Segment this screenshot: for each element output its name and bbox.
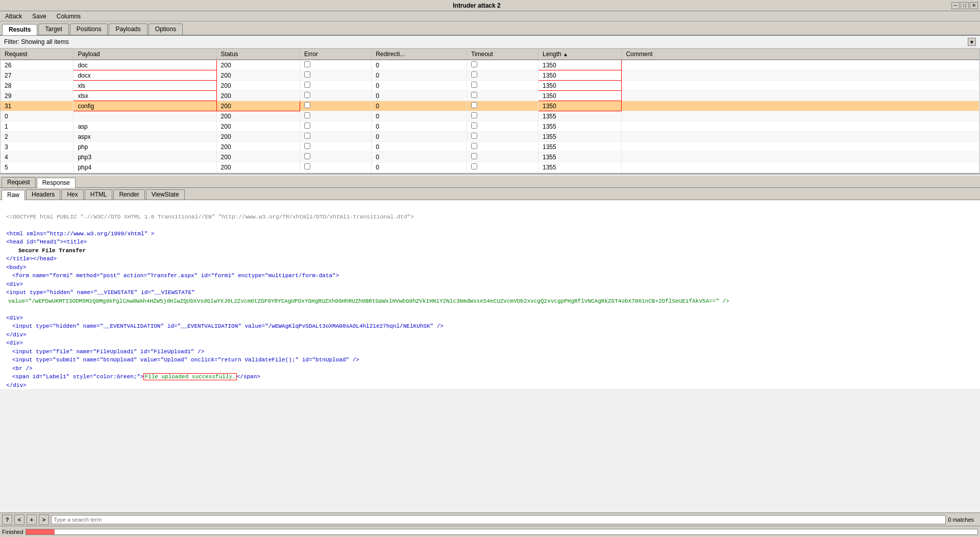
cell-timeout-checkbox[interactable]: [471, 163, 477, 169]
cell-status: 200: [216, 81, 300, 91]
cell-payload: xlsx: [74, 91, 216, 101]
cell-error-checkbox[interactable]: [304, 82, 310, 88]
maximize-button[interactable]: □: [961, 2, 969, 9]
table-row[interactable]: 28xls20001350: [1, 81, 979, 91]
cell-error: [300, 162, 372, 173]
table-row[interactable]: 6php520001355: [1, 173, 979, 174]
table-row[interactable]: 2aspx20001355: [1, 132, 979, 142]
lower-section: Request Response Raw Headers Hex HTML Re…: [0, 176, 980, 537]
cell-error-checkbox[interactable]: [304, 112, 310, 118]
tab-target[interactable]: Target: [38, 23, 68, 35]
cell-length: 1355: [538, 152, 622, 162]
col-timeout[interactable]: Timeout: [467, 49, 538, 60]
table-row[interactable]: 3php20001355: [1, 142, 979, 152]
table-row[interactable]: 4php320001355: [1, 152, 979, 162]
sub-tab-viewstate[interactable]: ViewState: [146, 189, 185, 200]
filter-bar: Filter: Showing all items ▼: [0, 36, 980, 48]
cell-timeout: [467, 70, 538, 81]
cell-timeout-checkbox[interactable]: [471, 71, 477, 78]
cell-error: [300, 70, 372, 81]
cell-timeout-checkbox[interactable]: [471, 112, 477, 118]
success-message-box: File uploaded successfully.: [143, 373, 236, 380]
cell-error-checkbox[interactable]: [304, 163, 310, 169]
cell-timeout-checkbox[interactable]: [471, 123, 477, 129]
submit-tag: <input type="submit" name="btnUpload" va…: [12, 357, 359, 363]
sub-tab-render[interactable]: Render: [113, 189, 144, 200]
div3-tag: <div>: [6, 340, 23, 346]
cell-error-checkbox[interactable]: [304, 123, 310, 129]
table-row[interactable]: 5php420001355: [1, 162, 979, 173]
cell-request: 3: [1, 142, 74, 152]
cell-timeout: [467, 132, 538, 142]
cell-error-checkbox[interactable]: [304, 92, 310, 98]
cell-timeout-checkbox[interactable]: [471, 82, 477, 88]
col-comment[interactable]: Comment: [622, 49, 979, 60]
cell-timeout-checkbox[interactable]: [471, 143, 477, 149]
menu-attack[interactable]: Attack: [2, 12, 25, 20]
cell-length: 1350: [538, 81, 622, 91]
sub-tab-raw[interactable]: Raw: [2, 190, 25, 200]
close-button[interactable]: ✕: [970, 2, 978, 9]
sub-tab-hex[interactable]: Hex: [61, 189, 83, 200]
tab-results[interactable]: Results: [2, 24, 37, 35]
cell-error: [300, 111, 372, 121]
col-status[interactable]: Status: [216, 49, 300, 60]
span-close: </span>: [237, 374, 260, 380]
table-row[interactable]: 26doc20001350: [1, 60, 979, 70]
cell-payload: config: [74, 101, 216, 111]
cell-error-checkbox[interactable]: [304, 71, 310, 78]
cell-error-checkbox[interactable]: [304, 133, 310, 139]
cell-comment: [622, 91, 979, 101]
tab-options[interactable]: Options: [149, 23, 183, 35]
tab-payloads[interactable]: Payloads: [109, 23, 147, 35]
cell-error-checkbox[interactable]: [304, 143, 310, 149]
cell-error: [300, 121, 372, 132]
col-redirect[interactable]: Redirecti...: [372, 49, 467, 60]
cell-error: [300, 81, 372, 91]
filter-icon[interactable]: ▼: [968, 38, 976, 46]
table-row[interactable]: 020001355: [1, 111, 979, 121]
cell-request: 5: [1, 162, 74, 173]
help-button[interactable]: ?: [2, 515, 12, 525]
table-row[interactable]: 1asp20001355: [1, 121, 979, 132]
add-button[interactable]: +: [27, 515, 37, 525]
tab-response[interactable]: Response: [37, 178, 76, 188]
cell-redirect: 0: [372, 91, 467, 101]
minimize-button[interactable]: ─: [951, 2, 960, 9]
table-row[interactable]: 29xlsx20001350: [1, 91, 979, 101]
cell-status: 200: [216, 121, 300, 132]
menu-save[interactable]: Save: [29, 12, 49, 20]
cell-error-checkbox[interactable]: [304, 61, 310, 67]
col-error[interactable]: Error: [300, 49, 372, 60]
cell-timeout-checkbox[interactable]: [471, 102, 477, 108]
cell-timeout-checkbox[interactable]: [471, 133, 477, 139]
response-line-viewstate-value: value="/wEPDwUKMTI3ODM5MzQ0Mg9kFglCAw8WA…: [6, 297, 974, 306]
table-row[interactable]: 27docx20001350: [1, 70, 979, 81]
search-input[interactable]: [51, 515, 946, 524]
cell-request: 28: [1, 81, 74, 91]
tab-positions[interactable]: Positions: [70, 23, 108, 35]
next-button[interactable]: >: [39, 515, 49, 525]
cell-error-checkbox[interactable]: [304, 153, 310, 159]
cell-timeout-checkbox[interactable]: [471, 92, 477, 98]
menu-columns[interactable]: Columns: [54, 12, 84, 20]
cell-payload: doc: [74, 60, 216, 70]
table-row[interactable]: 31config20001350: [1, 101, 979, 111]
req-res-tabs: Request Response: [0, 176, 980, 188]
cell-length: 1355: [538, 142, 622, 152]
col-length[interactable]: Length ▲: [538, 49, 622, 60]
tab-request[interactable]: Request: [2, 177, 36, 187]
cell-payload: php3: [74, 152, 216, 162]
prev-button[interactable]: <: [14, 515, 24, 525]
results-table-container[interactable]: Request Payload Status Error Redirecti..…: [0, 48, 980, 174]
col-payload[interactable]: Payload: [74, 49, 216, 60]
sub-tab-headers[interactable]: Headers: [26, 189, 60, 200]
cell-redirect: 0: [372, 162, 467, 173]
cell-timeout-checkbox[interactable]: [471, 153, 477, 159]
cell-error-checkbox[interactable]: [304, 102, 310, 108]
sub-tab-html[interactable]: HTML: [85, 189, 113, 200]
cell-request: 26: [1, 60, 74, 70]
cell-timeout-checkbox[interactable]: [471, 61, 477, 67]
progress-fill: [26, 529, 55, 534]
col-request[interactable]: Request: [1, 49, 74, 60]
